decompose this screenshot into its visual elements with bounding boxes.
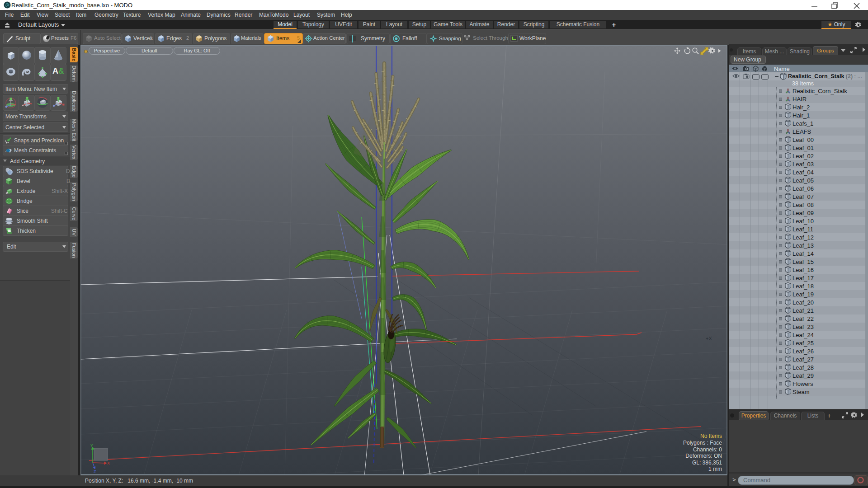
svg-text:X: X (107, 461, 110, 465)
svg-text:Z: Z (94, 469, 96, 474)
svg-text:Y: Y (90, 443, 93, 448)
svg-text:+X: +X (706, 336, 712, 341)
